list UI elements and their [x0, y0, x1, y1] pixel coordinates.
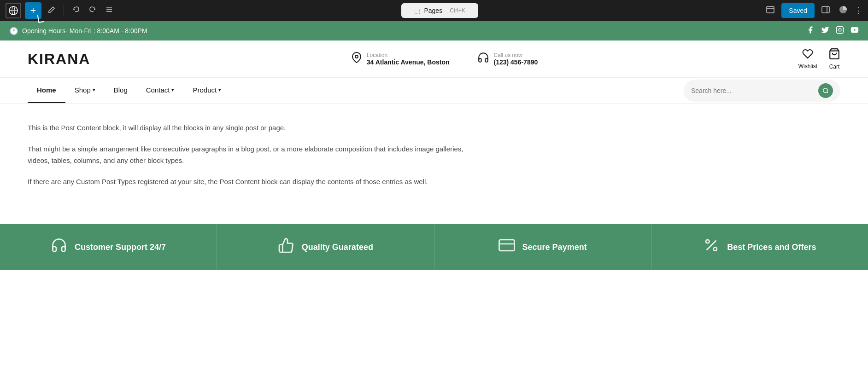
location-value: 34 Atlantic Avenue, Boston [367, 58, 450, 66]
search-bar [684, 80, 840, 102]
svg-line-20 [707, 241, 716, 250]
quality-icon [278, 237, 294, 257]
svg-point-22 [714, 248, 717, 251]
footer-label-quality: Quality Guarateed [302, 243, 373, 252]
cursor-indicator [37, 14, 44, 23]
svg-point-14 [355, 55, 358, 58]
footer-item-payment: Secure Payment [434, 224, 651, 270]
footer-banner: Customer Support 24/7 Quality Guarateed … [0, 224, 868, 270]
post-paragraph-2: That might be a simple arrangement like … [28, 143, 479, 167]
wishlist-button[interactable]: Wishlist [798, 48, 817, 69]
keyboard-shortcut: Ctrl+K [450, 7, 465, 14]
admin-bar-right: Saved ⋮ [764, 3, 862, 18]
appearance-button[interactable] [837, 3, 850, 18]
support-icon [51, 237, 67, 257]
chevron-down-icon-product: ▾ [218, 87, 221, 93]
wishlist-icon [802, 48, 813, 62]
phone-value: (123) 456-7890 [494, 58, 538, 66]
view-button[interactable] [764, 3, 777, 18]
site-header: KIRANA Location 34 Atlantic Avenue, Bost… [0, 40, 868, 78]
pages-icon: ⬚ [414, 7, 420, 14]
nav-label-contact: Contact [146, 86, 170, 94]
cart-icon [828, 48, 840, 63]
nav-item-blog[interactable]: Blog [105, 78, 137, 103]
chevron-down-icon: ▾ [93, 87, 95, 93]
main-content: This is the Post Content block, it will … [0, 104, 507, 224]
location-text: Location 34 Atlantic Avenue, Boston [367, 52, 450, 66]
footer-label-payment: Secure Payment [522, 243, 587, 252]
nav-item-product[interactable]: Product ▾ [183, 78, 230, 103]
nav-label-home: Home [37, 86, 56, 94]
cart-label: Cart [829, 64, 840, 70]
site-nav: Home Shop ▾ Blog Contact ▾ Product ▾ [0, 78, 868, 104]
announcement-text: Opening Hours- Mon-Fri : 8:00AM - 8:00PM [22, 27, 147, 35]
svg-rect-6 [767, 6, 774, 13]
offers-icon [703, 237, 720, 257]
admin-bar: + ⬚ Pages Ctrl+K [0, 0, 868, 21]
sidebar-toggle-button[interactable] [819, 3, 832, 18]
footer-item-quality: Quality Guarateed [217, 224, 434, 270]
edit-tool-button[interactable] [45, 4, 58, 17]
undo-button[interactable] [70, 4, 82, 17]
nav-label-shop: Shop [75, 86, 91, 94]
pages-button[interactable]: ⬚ Pages Ctrl+K [401, 3, 478, 18]
toolbar-divider [64, 5, 64, 16]
chevron-down-icon-contact: ▾ [171, 87, 174, 93]
footer-label-offers: Best Prices and Offers [727, 243, 816, 252]
search-input[interactable] [691, 87, 815, 94]
nav-label-product: Product [193, 86, 217, 94]
instagram-icon[interactable] [836, 26, 844, 36]
pages-label: Pages [424, 7, 442, 14]
tools-button[interactable] [103, 4, 116, 17]
header-actions: Wishlist Cart [798, 48, 840, 70]
svg-rect-8 [822, 6, 829, 13]
svg-rect-18 [499, 240, 514, 251]
facebook-icon[interactable] [806, 26, 815, 36]
announcement-text-area: 🕐 Opening Hours- Mon-Fri : 8:00AM - 8:00… [9, 27, 147, 35]
clock-icon: 🕐 [9, 27, 18, 35]
phone-info: Call us now (123) 456-7890 [477, 52, 538, 66]
saved-button[interactable]: Saved [781, 3, 815, 18]
payment-icon [499, 237, 515, 257]
search-button[interactable] [818, 83, 833, 98]
post-paragraph-1: This is the Post Content block, it will … [28, 122, 479, 134]
svg-rect-11 [837, 27, 844, 34]
location-icon [351, 52, 362, 66]
phone-icon [477, 52, 489, 66]
header-contact-info: Location 34 Atlantic Avenue, Boston Call… [90, 52, 798, 66]
nav-item-home[interactable]: Home [28, 78, 65, 103]
location-info: Location 34 Atlantic Avenue, Boston [351, 52, 450, 66]
location-label: Location [367, 52, 450, 58]
post-content: This is the Post Content block, it will … [28, 122, 479, 187]
svg-point-16 [823, 88, 827, 92]
admin-bar-center: ⬚ Pages Ctrl+K [119, 3, 760, 18]
footer-label-support: Customer Support 24/7 [75, 243, 166, 252]
social-links [806, 26, 859, 36]
youtube-icon[interactable] [850, 26, 859, 36]
twitter-icon[interactable] [821, 26, 829, 36]
svg-line-17 [827, 92, 828, 93]
wishlist-label: Wishlist [798, 63, 817, 69]
announcement-bar: 🕐 Opening Hours- Mon-Fri : 8:00AM - 8:00… [0, 21, 868, 40]
redo-button[interactable] [86, 4, 99, 17]
post-paragraph-3: If there are any Custom Post Types regis… [28, 176, 479, 188]
svg-point-21 [706, 240, 710, 243]
phone-text: Call us now (123) 456-7890 [494, 52, 538, 66]
more-options-button[interactable]: ⋮ [854, 6, 862, 16]
footer-item-support: Customer Support 24/7 [0, 224, 217, 270]
cart-button[interactable]: Cart [828, 48, 840, 70]
nav-label-blog: Blog [114, 86, 128, 94]
nav-item-contact[interactable]: Contact ▾ [137, 78, 184, 103]
footer-item-offers: Best Prices and Offers [651, 224, 868, 270]
wp-logo-icon [6, 3, 21, 18]
phone-label: Call us now [494, 52, 538, 58]
add-block-button[interactable]: + [25, 2, 41, 19]
site-logo[interactable]: KIRANA [28, 51, 90, 68]
nav-item-shop[interactable]: Shop ▾ [65, 78, 105, 103]
